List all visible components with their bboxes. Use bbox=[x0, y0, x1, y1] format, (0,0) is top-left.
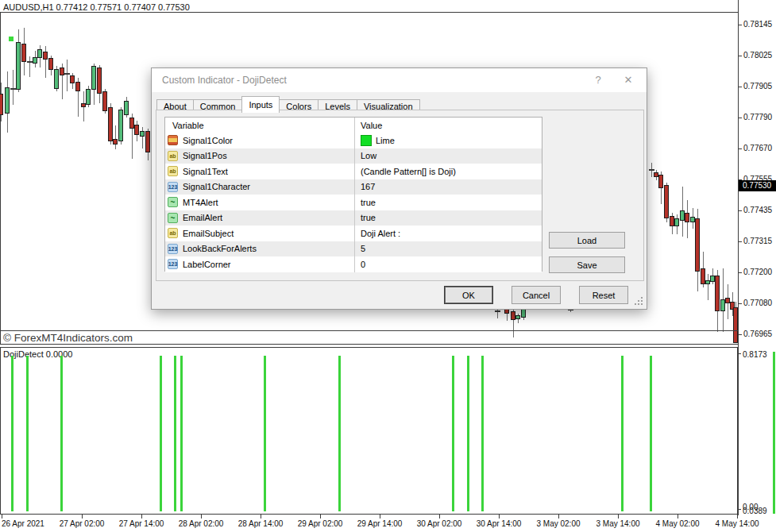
param-value-cell[interactable]: true bbox=[355, 210, 542, 226]
param-value: true bbox=[361, 213, 376, 222]
price-tick bbox=[739, 334, 742, 335]
param-name: EmailSubject bbox=[183, 229, 234, 238]
param-value-cell[interactable]: (Candle Pattern[] is Doji) bbox=[355, 164, 542, 179]
text-type-icon: ab bbox=[168, 151, 178, 161]
param-value: 0 bbox=[361, 260, 365, 269]
doji-signal-line bbox=[180, 356, 183, 511]
text-type-icon: ab bbox=[168, 166, 178, 176]
bool-type-icon: ~ bbox=[168, 213, 178, 223]
param-value-cell[interactable]: 5 bbox=[355, 241, 542, 257]
doji-signal-line bbox=[174, 356, 176, 511]
param-row[interactable]: ~MT4Alerttrue bbox=[165, 195, 542, 210]
price-label: 0.77315 bbox=[743, 237, 772, 245]
param-row[interactable]: Signal1ColorLime bbox=[165, 133, 542, 148]
price-label: 0.77790 bbox=[743, 113, 772, 121]
doji-signal-line bbox=[264, 356, 266, 511]
candle bbox=[140, 131, 145, 137]
param-name: Signal1Color bbox=[183, 136, 233, 145]
price-tick bbox=[739, 241, 742, 242]
param-row[interactable]: 123Signal1Character167 bbox=[165, 179, 542, 195]
param-name-cell: ~EmailAlert bbox=[165, 210, 355, 226]
resize-grip-icon[interactable] bbox=[641, 303, 643, 305]
candle bbox=[134, 125, 139, 135]
price-tick bbox=[739, 272, 742, 273]
param-value-cell[interactable]: 0 bbox=[355, 256, 542, 272]
time-label: 29 Apr 14:00 bbox=[357, 519, 403, 528]
parameters-table: VariableValueSignal1ColorLimeabSignal1Po… bbox=[164, 117, 542, 272]
time-tick bbox=[737, 515, 738, 519]
candle bbox=[33, 57, 37, 64]
param-value: (Candle Pattern[] is Doji) bbox=[361, 167, 456, 176]
param-value-cell[interactable]: Lime bbox=[355, 133, 542, 148]
doji-signal-line bbox=[160, 356, 162, 511]
time-label: 27 Apr 02:00 bbox=[60, 519, 105, 528]
dialog-titlebar[interactable]: Custom Indicator - DojiDetect ? ✕ bbox=[152, 68, 647, 92]
doji-signal-line-latest bbox=[773, 352, 775, 514]
watermark-label: © ForexMT4Indicators.com bbox=[3, 332, 133, 344]
candle bbox=[75, 82, 80, 91]
time-label: 4 May 02:00 bbox=[655, 519, 699, 528]
param-value-cell[interactable]: Low bbox=[355, 148, 542, 164]
time-label: 3 May 02:00 bbox=[536, 519, 580, 528]
doji-signal-marker bbox=[9, 37, 14, 41]
time-label: 28 Apr 02:00 bbox=[179, 519, 224, 528]
time-label: 4 May 14:00 bbox=[715, 519, 759, 528]
param-value: 167 bbox=[361, 182, 375, 191]
doji-signal-line bbox=[338, 356, 341, 511]
param-row[interactable]: 123LabelCorner0 bbox=[165, 256, 542, 272]
bool-type-icon: ~ bbox=[168, 197, 178, 207]
param-value-cell[interactable]: true bbox=[355, 195, 542, 210]
doji-signal-line bbox=[467, 356, 469, 511]
horizontal-line bbox=[0, 330, 738, 331]
param-value: Low bbox=[361, 151, 376, 160]
close-icon[interactable]: ✕ bbox=[621, 74, 635, 86]
time-tick bbox=[141, 515, 142, 519]
param-row[interactable]: 123LookBackForAlerts5 bbox=[165, 241, 542, 257]
price-tick bbox=[739, 87, 742, 87]
param-value-cell[interactable]: Doji Alert : bbox=[355, 226, 542, 241]
candle bbox=[113, 139, 118, 145]
param-row[interactable]: abSignal1PosLow bbox=[165, 148, 542, 164]
param-name: Signal1Character bbox=[183, 182, 250, 191]
param-name: EmailAlert bbox=[183, 213, 222, 222]
param-name: Signal1Pos bbox=[183, 151, 227, 160]
candle bbox=[124, 101, 129, 115]
number-type-icon: 123 bbox=[168, 244, 178, 254]
color-swatch bbox=[361, 135, 372, 146]
price-axis[interactable]: 0.781450.780250.779050.777900.776700.775… bbox=[738, 0, 776, 515]
param-value-cell[interactable]: 167 bbox=[355, 179, 542, 195]
doji-signal-line bbox=[481, 356, 484, 511]
time-tick bbox=[2, 515, 2, 519]
ok-button[interactable]: OK bbox=[444, 286, 493, 304]
param-row[interactable]: ~EmailAlerttrue bbox=[165, 210, 542, 226]
help-button[interactable]: ? bbox=[591, 74, 605, 86]
cancel-button[interactable]: Cancel bbox=[512, 286, 561, 304]
doji-candle bbox=[10, 88, 16, 90]
price-tick bbox=[739, 25, 742, 25]
price-label: 0.77080 bbox=[743, 299, 772, 307]
time-tick bbox=[201, 515, 202, 519]
candle bbox=[37, 49, 42, 58]
param-value: 5 bbox=[361, 244, 365, 253]
dialog-title: Custom Indicator - DojiDetect bbox=[162, 75, 287, 86]
doji-candle bbox=[649, 169, 654, 171]
time-tick bbox=[261, 515, 261, 519]
load-button[interactable]: Load bbox=[549, 232, 625, 249]
indicator-subwindow[interactable] bbox=[0, 347, 738, 515]
price-tick bbox=[739, 148, 742, 149]
param-row[interactable]: abEmailSubjectDoji Alert : bbox=[165, 226, 542, 241]
tab-inputs[interactable]: Inputs bbox=[241, 96, 280, 113]
param-name: MT4Alert bbox=[183, 198, 218, 207]
reset-button[interactable]: Reset bbox=[579, 286, 628, 304]
time-label: 27 Apr 14:00 bbox=[119, 519, 164, 528]
candle bbox=[515, 315, 520, 319]
candle-wick bbox=[67, 60, 68, 91]
param-row[interactable]: abSignal1Text(Candle Pattern[] is Doji) bbox=[165, 164, 542, 179]
text-type-icon: ab bbox=[168, 228, 178, 238]
save-button[interactable]: Save bbox=[549, 256, 625, 273]
candle bbox=[97, 67, 102, 94]
candle bbox=[658, 175, 663, 188]
doji-candle bbox=[27, 61, 33, 63]
param-name: Signal1Text bbox=[183, 167, 228, 176]
price-label: 0.76965 bbox=[743, 330, 772, 338]
